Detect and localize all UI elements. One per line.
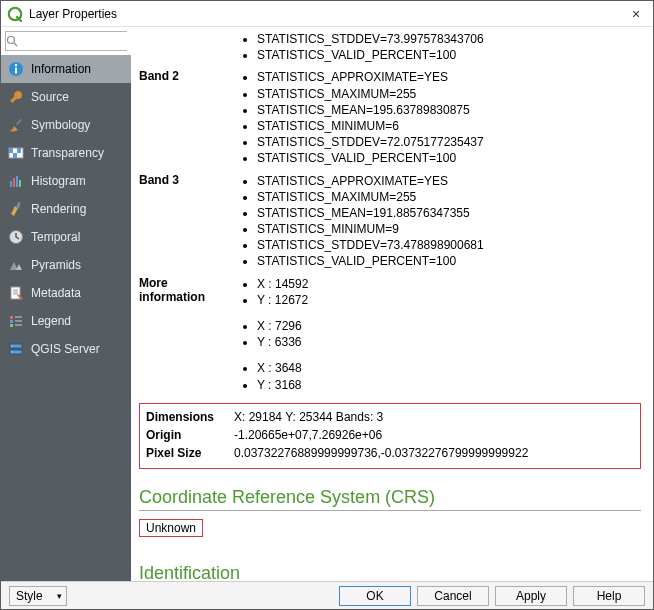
- pyramids-icon: [7, 256, 25, 274]
- svg-rect-7: [17, 148, 21, 153]
- metadata-icon: [7, 284, 25, 302]
- svg-rect-15: [11, 287, 20, 299]
- sidebar-item-label: Rendering: [31, 202, 86, 216]
- sidebar-item-qgis-server[interactable]: QGIS Server: [1, 335, 131, 363]
- origin-value: -1.20665e+07,7.26926e+06: [234, 426, 382, 444]
- dimensions-value: X: 29184 Y: 25344 Bands: 3: [234, 408, 383, 426]
- window-title: Layer Properties: [29, 7, 627, 21]
- info-pane[interactable]: STATISTICS_STDDEV=73.997578343706STATIST…: [131, 27, 653, 581]
- sidebar-item-label: Temporal: [31, 230, 80, 244]
- clock-icon: [7, 228, 25, 246]
- stat-item: STATISTICS_MAXIMUM=255: [257, 189, 641, 205]
- stat-item: X : 14592: [257, 276, 641, 292]
- pixel-size-label: Pixel Size: [146, 444, 234, 462]
- stat-item: Y : 3168: [257, 377, 641, 393]
- svg-point-4: [15, 64, 17, 66]
- dialog-footer: Style ▾ OK Cancel Apply Help: [1, 581, 653, 609]
- stat-item: STATISTICS_MEAN=191.88576347355: [257, 205, 641, 221]
- sidebar-item-label: Transparency: [31, 146, 104, 160]
- wrench-icon: [7, 88, 25, 106]
- app-logo-icon: [7, 6, 23, 22]
- stat-item: X : 3648: [257, 360, 641, 376]
- stat-item: Y : 12672: [257, 292, 641, 308]
- sidebar-item-temporal[interactable]: Temporal: [1, 223, 131, 251]
- band3-row: Band 3 STATISTICS_APPROXIMATE=YESSTATIST…: [139, 173, 641, 270]
- stat-item: STATISTICS_STDDEV=73.997578343706: [257, 31, 641, 47]
- sidebar-item-label: QGIS Server: [31, 342, 100, 356]
- svg-point-21: [11, 345, 13, 347]
- chevron-down-icon: ▾: [57, 591, 62, 601]
- stat-item: STATISTICS_VALID_PERCENT=100: [257, 253, 641, 269]
- pixel-size-value: 0.03732276889999999736,-0.03732276799999…: [234, 444, 528, 462]
- crs-heading: Coordinate Reference System (CRS): [139, 487, 641, 511]
- ok-button[interactable]: OK: [339, 586, 411, 606]
- stat-item: STATISTICS_MEAN=195.63789830875: [257, 102, 641, 118]
- stat-row-top: STATISTICS_STDDEV=73.997578343706STATIST…: [139, 31, 641, 63]
- svg-rect-12: [19, 180, 21, 187]
- sidebar-item-label: Metadata: [31, 286, 81, 300]
- server-icon: [7, 340, 25, 358]
- stat-item: STATISTICS_VALID_PERCENT=100: [257, 47, 641, 63]
- style-menu-label: Style: [16, 589, 43, 603]
- dimensions-label: Dimensions: [146, 408, 234, 426]
- svg-rect-3: [15, 68, 17, 74]
- svg-rect-8: [13, 153, 17, 158]
- sidebar-item-transparency[interactable]: Transparency: [1, 139, 131, 167]
- sidebar-item-rendering[interactable]: Rendering: [1, 195, 131, 223]
- svg-rect-10: [13, 178, 15, 187]
- stat-item: STATISTICS_STDDEV=72.075177235437: [257, 134, 641, 150]
- search-wrap: [1, 27, 131, 55]
- stat-item: X : 7296: [257, 318, 641, 334]
- content-area: InformationSourceSymbologyTransparencyHi…: [1, 27, 653, 581]
- band2-label: Band 2: [139, 69, 235, 166]
- info-icon: [7, 60, 25, 78]
- search-icon: [6, 35, 18, 47]
- origin-label: Origin: [146, 426, 234, 444]
- sidebar-item-histogram[interactable]: Histogram: [1, 167, 131, 195]
- stat-item: Y : 6336: [257, 334, 641, 350]
- stat-item: STATISTICS_MINIMUM=9: [257, 221, 641, 237]
- histogram-icon: [7, 172, 25, 190]
- sidebar-item-source[interactable]: Source: [1, 83, 131, 111]
- apply-button[interactable]: Apply: [495, 586, 567, 606]
- sidebar-item-legend[interactable]: Legend: [1, 307, 131, 335]
- cancel-button[interactable]: Cancel: [417, 586, 489, 606]
- search-box[interactable]: [5, 31, 127, 51]
- band3-label: Band 3: [139, 173, 235, 270]
- checker-icon: [7, 144, 25, 162]
- svg-point-22: [11, 351, 13, 353]
- sidebar-item-information[interactable]: Information: [1, 55, 131, 83]
- stat-item: STATISTICS_APPROXIMATE=YES: [257, 69, 641, 85]
- style-menu-button[interactable]: Style ▾: [9, 586, 67, 606]
- dimensions-box: Dimensions X: 29184 Y: 25344 Bands: 3 Or…: [139, 403, 641, 469]
- stat-item: STATISTICS_STDDEV=73.478898900681: [257, 237, 641, 253]
- stat-item: STATISTICS_MINIMUM=6: [257, 118, 641, 134]
- svg-rect-16: [10, 316, 13, 319]
- sidebar: InformationSourceSymbologyTransparencyHi…: [1, 27, 131, 581]
- more-info-label: More information: [139, 276, 235, 393]
- sidebar-item-label: Symbology: [31, 118, 90, 132]
- svg-rect-11: [16, 176, 18, 187]
- identification-heading: Identification: [139, 563, 641, 581]
- stat-item: STATISTICS_APPROXIMATE=YES: [257, 173, 641, 189]
- sidebar-item-pyramids[interactable]: Pyramids: [1, 251, 131, 279]
- sidebar-item-label: Information: [31, 62, 91, 76]
- sidebar-item-label: Source: [31, 90, 69, 104]
- close-button[interactable]: ×: [627, 5, 645, 23]
- svg-rect-6: [9, 148, 13, 153]
- svg-rect-18: [10, 324, 13, 327]
- sidebar-item-metadata[interactable]: Metadata: [1, 279, 131, 307]
- legend-icon: [7, 312, 25, 330]
- help-button[interactable]: Help: [573, 586, 645, 606]
- stat-item: STATISTICS_MAXIMUM=255: [257, 86, 641, 102]
- crs-unknown-box: Unknown: [139, 519, 203, 537]
- sidebar-item-label: Legend: [31, 314, 71, 328]
- svg-point-1: [8, 37, 15, 44]
- sidebar-item-label: Pyramids: [31, 258, 81, 272]
- svg-rect-17: [10, 320, 13, 323]
- sidebar-item-symbology[interactable]: Symbology: [1, 111, 131, 139]
- titlebar: Layer Properties ×: [1, 1, 653, 27]
- svg-rect-9: [10, 181, 12, 187]
- stat-item: STATISTICS_VALID_PERCENT=100: [257, 150, 641, 166]
- sidebar-item-label: Histogram: [31, 174, 86, 188]
